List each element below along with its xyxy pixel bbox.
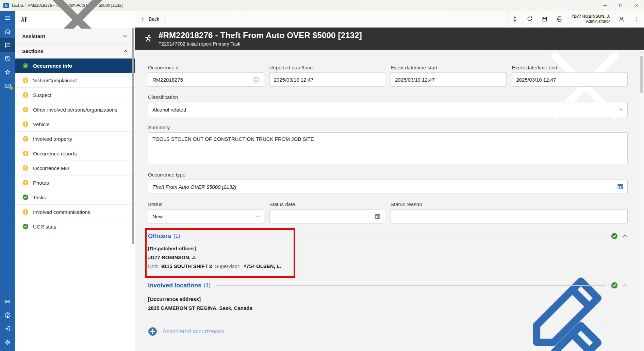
sidebar-item-occurrence-info[interactable]: Occurrence info (15, 58, 135, 73)
check-circle-icon (22, 223, 29, 230)
chevron-down-icon (123, 34, 128, 39)
rail-menu-button[interactable] (0, 11, 15, 24)
add-icon (148, 327, 157, 336)
summary-textarea[interactable]: TOOLS STOLEN OUT OF CONSTRUCTION TRUCK F… (148, 132, 628, 164)
back-chevron-icon[interactable] (141, 17, 145, 21)
occurrence-number-field[interactable]: RM22018276 (148, 72, 264, 87)
rail-logout-button[interactable] (0, 322, 15, 335)
warn-circle-icon (22, 135, 29, 142)
gear-icon (4, 339, 11, 346)
classification-select[interactable]: Alcohol related (148, 102, 628, 117)
profile-button[interactable] (614, 11, 629, 27)
forward-chevron-icon[interactable] (163, 17, 167, 21)
status-date-field[interactable] (269, 209, 385, 223)
associated-occurrences-label: Associated occurrences (163, 328, 224, 335)
status-select[interactable]: New (148, 209, 264, 223)
sidebar-item-label: Suspect (33, 92, 56, 98)
warn-circle-icon (22, 165, 29, 171)
status-reason-field[interactable] (391, 209, 628, 223)
occurrence-type-label: Occurrence type (148, 172, 628, 178)
collapse-section-icon[interactable] (622, 233, 628, 239)
rail-list-button[interactable] (0, 38, 15, 52)
officers-heading[interactable]: Officers (148, 233, 171, 240)
sidebar-item-label: Occurrence MO (33, 165, 74, 171)
sidebar-item-occurrence-reports[interactable]: Occurrence reports (15, 146, 135, 161)
save-button[interactable] (537, 11, 552, 27)
rail-gear-button[interactable] (0, 335, 15, 349)
logout-icon (4, 325, 11, 332)
officer-role: [Dispatched officer] (148, 244, 628, 253)
close-window-button[interactable] (628, 0, 644, 11)
event-end-field[interactable]: 2025/03/10 12:47 (512, 72, 628, 87)
edit-locations-icon[interactable] (519, 303, 621, 351)
divider (185, 236, 606, 236)
scroll-up-icon[interactable] (640, 51, 643, 54)
warn-circle-icon (22, 77, 29, 84)
refresh-button[interactable] (522, 11, 537, 27)
assistant-accordion[interactable]: Assistant (15, 29, 135, 44)
locations-count: (1) (204, 282, 211, 288)
status-label: Status (148, 201, 264, 207)
collapse-section-icon[interactable] (622, 283, 628, 288)
occurrence-number-label: Occurrence # (148, 65, 264, 70)
officers-count: (1) (174, 233, 180, 239)
sidebar-item-label: Other involved persons/organizations (33, 107, 122, 113)
rail-star-button[interactable] (0, 65, 15, 79)
menu-icon (4, 14, 11, 21)
sidebar-item-label: Victim/Complainant (33, 78, 82, 83)
panel-scrollbar[interactable] (132, 28, 134, 244)
occurrence-type-lookup-icon[interactable] (617, 183, 624, 190)
warn-circle-icon (22, 208, 29, 215)
record-header: #RM22018276 - Theft From Auto OVER $5000… (135, 28, 644, 50)
maximize-button[interactable] (613, 0, 628, 11)
sidebar-item-other-involved-persons-organizations[interactable]: Other involved persons/organizations (15, 102, 135, 117)
rail-help-button[interactable] (0, 308, 15, 322)
sidebar-item-photos[interactable]: Photos (15, 176, 135, 190)
user-name: #D77 ROBINSON, J. (572, 14, 610, 19)
summary-label: Summary (148, 124, 628, 130)
check-circle-icon (611, 232, 618, 240)
rail-home-button[interactable] (0, 24, 15, 38)
print-button[interactable] (552, 11, 567, 27)
sidebar-item-ucr-stats[interactable]: UCR stats (15, 219, 135, 234)
sidebar-item-vehicle[interactable]: Vehicle (15, 117, 135, 132)
check-circle-icon (22, 62, 29, 69)
panel-title: #RM22018276 - Theft Fro... (21, 16, 27, 23)
sync-icon (526, 16, 533, 22)
rail-broadcast-button[interactable] (0, 295, 15, 308)
sections-accordion[interactable]: Sections (15, 44, 135, 58)
ellipsis-icon (633, 16, 640, 22)
print-icon (556, 16, 563, 22)
locations-heading[interactable]: Involved locations (148, 282, 201, 289)
scrollbar-thumb[interactable] (640, 56, 643, 93)
sidebar-item-occurrence-mo[interactable]: Occurrence MO (15, 161, 135, 176)
calendar-icon[interactable] (374, 213, 381, 220)
occurrence-type-field[interactable]: Theft From Auto OVER $5000 [2132] (148, 180, 628, 194)
app-logo-icon: N (3, 3, 9, 8)
status-date-label: Status date (269, 201, 385, 207)
rail-history-button[interactable] (0, 52, 15, 65)
back-button[interactable]: Back (149, 16, 159, 22)
sidebar-item-involved-communications[interactable]: Involved communications (15, 205, 135, 219)
reported-datetime-label: Reported date/time (269, 65, 385, 70)
vertical-scrollbar[interactable] (640, 50, 644, 351)
more-options-button[interactable] (629, 11, 644, 27)
collapse-button[interactable] (507, 11, 522, 27)
sidebar-item-involved-property[interactable]: Involved property (15, 132, 135, 146)
chevron-up-icon (123, 49, 128, 54)
main-toolbar: Back #D77 ROBINSON, J. Administrator (135, 11, 644, 28)
event-start-field[interactable]: 2025/03/10 12:47 (391, 72, 507, 87)
sidebar-item-tasks[interactable]: Tasks (15, 190, 135, 205)
home-icon (4, 28, 11, 35)
collapse-icon (511, 16, 518, 22)
list-icon (4, 41, 11, 49)
rail-mail-button[interactable] (0, 79, 15, 93)
person-icon (618, 16, 625, 22)
plus-circle-icon[interactable] (252, 76, 260, 83)
sidebar-item-victim-complainant[interactable]: Victim/Complainant (15, 73, 135, 88)
section-list: Occurrence infoVictim/ComplainantSuspect… (15, 58, 135, 234)
check-circle-icon (22, 194, 29, 201)
minimize-button[interactable] (597, 0, 613, 11)
reported-datetime-field[interactable]: 2025/03/10 12:47 (269, 72, 385, 87)
sidebar-item-suspect[interactable]: Suspect (15, 88, 135, 102)
